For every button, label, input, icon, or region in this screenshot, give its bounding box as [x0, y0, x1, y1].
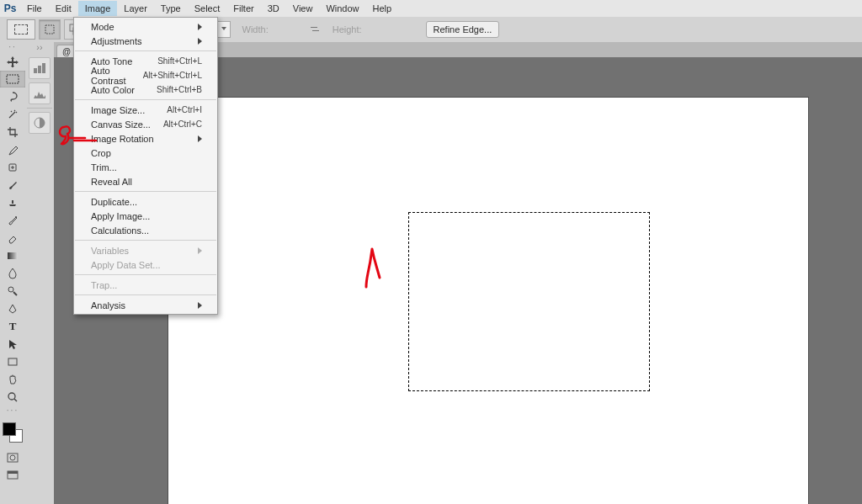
- zoom-tool[interactable]: [0, 389, 25, 406]
- menu-edit[interactable]: Edit: [49, 1, 78, 16]
- menu-calculations[interactable]: Calculations...: [74, 223, 217, 237]
- adjustments-panel-icon[interactable]: [29, 112, 51, 134]
- histogram-panel-icon[interactable]: [29, 82, 51, 104]
- svg-point-12: [8, 287, 13, 292]
- svg-rect-18: [8, 471, 18, 474]
- tools-collapse-grip[interactable]: ··: [0, 42, 25, 52]
- submenu-arrow-icon: [198, 38, 202, 45]
- svg-rect-11: [8, 252, 18, 259]
- svg-rect-13: [8, 358, 17, 365]
- tools-panel: ·· T ···: [0, 42, 26, 504]
- refine-edge-button[interactable]: Refine Edge...: [426, 21, 500, 38]
- clone-stamp-tool[interactable]: [0, 194, 25, 211]
- menu-crop[interactable]: Crop: [74, 146, 217, 160]
- svg-point-14: [8, 393, 15, 400]
- svg-point-16: [10, 455, 15, 460]
- menu-image-rotation[interactable]: Image Rotation: [74, 131, 217, 146]
- submenu-arrow-icon: [198, 302, 202, 309]
- menu-help[interactable]: Help: [366, 1, 399, 16]
- gradient-tool[interactable]: [0, 247, 25, 264]
- menu-type[interactable]: Type: [154, 1, 188, 16]
- menu-apply-image[interactable]: Apply Image...: [74, 209, 217, 223]
- menu-file[interactable]: File: [20, 1, 49, 16]
- svg-rect-0: [45, 25, 54, 34]
- svg-rect-8: [7, 75, 19, 83]
- menu-adjustments[interactable]: Adjustments: [74, 34, 217, 48]
- dodge-tool[interactable]: [0, 283, 25, 300]
- menu-apply-data-set: Apply Data Set...: [74, 257, 217, 272]
- image-menu-dropdown: Mode Adjustments Auto ToneShift+Ctrl+L A…: [73, 17, 218, 315]
- svg-rect-19: [34, 68, 37, 73]
- submenu-arrow-icon: [198, 135, 202, 142]
- marquee-selection[interactable]: [408, 212, 650, 391]
- magic-wand-tool[interactable]: [0, 106, 25, 123]
- type-tool[interactable]: T: [0, 318, 25, 335]
- menubar: Ps File Edit Image Layer Type Select Fil…: [0, 0, 862, 18]
- width-label: Width:: [242, 24, 269, 34]
- menu-window[interactable]: Window: [319, 1, 365, 16]
- path-selection-tool[interactable]: [0, 336, 25, 353]
- menu-canvas-size[interactable]: Canvas Size...Alt+Ctrl+C: [74, 117, 217, 131]
- selection-new-button[interactable]: [39, 19, 61, 40]
- menu-trim[interactable]: Trim...: [74, 160, 217, 174]
- app-logo: Ps: [0, 0, 20, 17]
- panels-expand-grip[interactable]: ››: [25, 42, 54, 54]
- blur-tool[interactable]: [0, 265, 25, 282]
- history-brush-tool[interactable]: [0, 212, 25, 229]
- svg-rect-20: [38, 66, 41, 73]
- menu-select[interactable]: Select: [188, 1, 227, 16]
- screen-mode-button[interactable]: [0, 467, 25, 484]
- marquee-tool[interactable]: [0, 71, 25, 88]
- menu-duplicate[interactable]: Duplicate...: [74, 194, 217, 209]
- menu-filter[interactable]: Filter: [226, 1, 260, 16]
- hand-tool[interactable]: [0, 371, 25, 388]
- menu-3d[interactable]: 3D: [261, 1, 286, 16]
- submenu-arrow-icon: [198, 247, 202, 254]
- healing-brush-tool[interactable]: [0, 159, 25, 176]
- menu-reveal-all[interactable]: Reveal All: [74, 174, 217, 188]
- eraser-tool[interactable]: [0, 230, 25, 247]
- submenu-arrow-icon: [198, 24, 202, 30]
- brush-tool[interactable]: [0, 177, 25, 194]
- refine-edge-label: Refine Edge...: [434, 24, 492, 34]
- tools-divider: ···: [0, 406, 25, 416]
- svg-rect-21: [42, 63, 45, 73]
- rectangle-tool[interactable]: [0, 353, 25, 370]
- menu-auto-color[interactable]: Auto ColorShift+Ctrl+B: [74, 82, 217, 97]
- marquee-icon: [14, 24, 28, 34]
- menu-image[interactable]: Image: [78, 1, 118, 16]
- menu-layer[interactable]: Layer: [117, 1, 154, 16]
- crop-tool[interactable]: [0, 124, 25, 141]
- color-panel-icon[interactable]: [29, 57, 51, 79]
- height-label: Height:: [333, 24, 362, 34]
- swap-dimensions-icon[interactable]: [309, 24, 321, 35]
- tool-preset-well[interactable]: [7, 19, 35, 40]
- lasso-tool[interactable]: [0, 88, 25, 105]
- menu-mode[interactable]: Mode: [74, 19, 217, 34]
- foreground-swatch[interactable]: [3, 422, 16, 436]
- svg-point-10: [15, 216, 17, 218]
- selection-new-icon: [44, 24, 56, 35]
- move-tool[interactable]: [0, 53, 25, 70]
- menu-view[interactable]: View: [286, 1, 320, 16]
- menu-auto-contrast[interactable]: Auto ContrastAlt+Shift+Ctrl+L: [74, 68, 217, 82]
- menu-image-size[interactable]: Image Size...Alt+Ctrl+I: [74, 103, 217, 117]
- quick-mask-toggle[interactable]: [0, 449, 25, 466]
- eyedropper-tool[interactable]: [0, 141, 25, 158]
- color-swatches[interactable]: [1, 421, 24, 444]
- collapsed-panels: ››: [25, 42, 55, 504]
- menu-analysis[interactable]: Analysis: [74, 298, 217, 312]
- pen-tool[interactable]: [0, 300, 25, 317]
- menu-variables: Variables: [74, 243, 217, 257]
- menu-trap: Trap...: [74, 278, 217, 292]
